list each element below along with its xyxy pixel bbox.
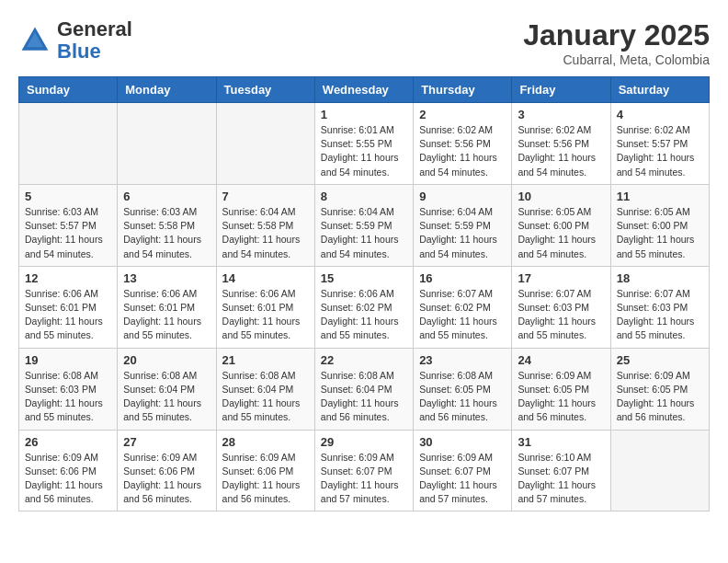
calendar-cell: 28Sunrise: 6:09 AMSunset: 6:06 PMDayligh… [216, 430, 314, 511]
day-number: 16 [419, 271, 506, 285]
logo-icon [18, 24, 51, 57]
day-info: Sunrise: 6:08 AMSunset: 6:04 PMDaylight:… [222, 369, 309, 425]
calendar-week-4: 19Sunrise: 6:08 AMSunset: 6:03 PMDayligh… [19, 348, 710, 430]
day-number: 14 [222, 271, 309, 285]
day-info: Sunrise: 6:07 AMSunset: 6:02 PMDaylight:… [419, 287, 506, 343]
day-info: Sunrise: 6:08 AMSunset: 6:04 PMDaylight:… [321, 369, 407, 425]
day-info: Sunrise: 6:06 AMSunset: 6:01 PMDaylight:… [123, 287, 210, 343]
day-number: 10 [518, 190, 604, 203]
weekday-header-wednesday: Wednesday [314, 77, 413, 103]
calendar-cell: 14Sunrise: 6:06 AMSunset: 6:01 PMDayligh… [216, 266, 314, 348]
day-number: 29 [321, 435, 407, 449]
calendar-cell: 4Sunrise: 6:02 AMSunset: 5:57 PMDaylight… [610, 103, 709, 185]
day-number: 8 [321, 190, 407, 203]
calendar-cell: 21Sunrise: 6:08 AMSunset: 6:04 PMDayligh… [216, 348, 314, 430]
day-number: 4 [617, 108, 703, 121]
day-info: Sunrise: 6:09 AMSunset: 6:06 PMDaylight:… [123, 451, 210, 507]
calendar-cell: 20Sunrise: 6:08 AMSunset: 6:04 PMDayligh… [118, 348, 216, 430]
day-info: Sunrise: 6:02 AMSunset: 5:56 PMDaylight:… [518, 123, 604, 179]
day-info: Sunrise: 6:05 AMSunset: 6:00 PMDaylight:… [617, 205, 703, 261]
calendar-cell [610, 430, 709, 511]
calendar-cell: 3Sunrise: 6:02 AMSunset: 5:56 PMDaylight… [512, 103, 610, 185]
calendar-cell: 8Sunrise: 6:04 AMSunset: 5:59 PMDaylight… [314, 184, 413, 266]
weekday-header-sunday: Sunday [19, 77, 118, 103]
weekday-header-monday: Monday [118, 77, 216, 103]
calendar-cell: 1Sunrise: 6:01 AMSunset: 5:55 PMDaylight… [314, 103, 413, 185]
calendar-cell: 11Sunrise: 6:05 AMSunset: 6:00 PMDayligh… [610, 184, 709, 266]
day-info: Sunrise: 6:07 AMSunset: 6:03 PMDaylight:… [518, 287, 604, 343]
calendar-cell: 10Sunrise: 6:05 AMSunset: 6:00 PMDayligh… [512, 184, 610, 266]
calendar-cell: 22Sunrise: 6:08 AMSunset: 6:04 PMDayligh… [314, 348, 413, 430]
calendar-cell: 31Sunrise: 6:10 AMSunset: 6:07 PMDayligh… [512, 430, 610, 511]
day-info: Sunrise: 6:08 AMSunset: 6:05 PMDaylight:… [419, 369, 506, 425]
calendar-week-5: 26Sunrise: 6:09 AMSunset: 6:06 PMDayligh… [19, 430, 710, 511]
calendar-cell: 7Sunrise: 6:04 AMSunset: 5:58 PMDaylight… [216, 184, 314, 266]
day-number: 18 [617, 271, 703, 285]
day-info: Sunrise: 6:08 AMSunset: 6:03 PMDaylight:… [25, 369, 111, 425]
day-number: 26 [25, 435, 111, 449]
calendar-cell: 26Sunrise: 6:09 AMSunset: 6:06 PMDayligh… [19, 430, 118, 511]
day-number: 20 [123, 353, 210, 367]
calendar-cell: 24Sunrise: 6:09 AMSunset: 6:05 PMDayligh… [512, 348, 610, 430]
day-number: 21 [222, 353, 309, 367]
calendar-week-2: 5Sunrise: 6:03 AMSunset: 5:57 PMDaylight… [19, 184, 710, 266]
calendar-cell [216, 103, 314, 185]
calendar-cell [19, 103, 118, 185]
calendar-week-3: 12Sunrise: 6:06 AMSunset: 6:01 PMDayligh… [19, 266, 710, 348]
day-number: 28 [222, 435, 309, 449]
weekday-header-saturday: Saturday [610, 77, 709, 103]
logo: General Blue [18, 18, 132, 63]
logo-text: General Blue [57, 18, 132, 63]
day-info: Sunrise: 6:03 AMSunset: 5:57 PMDaylight:… [25, 205, 111, 261]
day-number: 1 [321, 108, 407, 121]
calendar-cell: 16Sunrise: 6:07 AMSunset: 6:02 PMDayligh… [414, 266, 512, 348]
title-block: January 2025 Cubarral, Meta, Colombia [523, 18, 710, 67]
day-number: 22 [321, 353, 407, 367]
day-number: 12 [25, 271, 111, 285]
day-number: 2 [419, 108, 506, 121]
day-number: 5 [25, 190, 111, 203]
day-number: 7 [222, 190, 309, 203]
day-info: Sunrise: 6:10 AMSunset: 6:07 PMDaylight:… [518, 451, 604, 507]
calendar-cell: 12Sunrise: 6:06 AMSunset: 6:01 PMDayligh… [19, 266, 118, 348]
day-info: Sunrise: 6:05 AMSunset: 6:00 PMDaylight:… [518, 205, 604, 261]
day-info: Sunrise: 6:04 AMSunset: 5:59 PMDaylight:… [419, 205, 506, 261]
day-info: Sunrise: 6:04 AMSunset: 5:59 PMDaylight:… [321, 205, 407, 261]
calendar-cell: 19Sunrise: 6:08 AMSunset: 6:03 PMDayligh… [19, 348, 118, 430]
day-number: 6 [123, 190, 210, 203]
weekday-header-row: SundayMondayTuesdayWednesdayThursdayFrid… [19, 77, 710, 103]
day-info: Sunrise: 6:09 AMSunset: 6:07 PMDaylight:… [321, 451, 407, 507]
day-number: 9 [419, 190, 506, 203]
day-number: 27 [123, 435, 210, 449]
day-number: 23 [419, 353, 506, 367]
day-info: Sunrise: 6:09 AMSunset: 6:05 PMDaylight:… [518, 369, 604, 425]
day-info: Sunrise: 6:04 AMSunset: 5:58 PMDaylight:… [222, 205, 309, 261]
calendar-week-1: 1Sunrise: 6:01 AMSunset: 5:55 PMDaylight… [19, 103, 710, 185]
calendar-cell: 6Sunrise: 6:03 AMSunset: 5:58 PMDaylight… [118, 184, 216, 266]
calendar-cell: 25Sunrise: 6:09 AMSunset: 6:05 PMDayligh… [610, 348, 709, 430]
weekday-header-tuesday: Tuesday [216, 77, 314, 103]
logo-general: General [57, 17, 132, 40]
day-number: 17 [518, 271, 604, 285]
calendar-cell: 13Sunrise: 6:06 AMSunset: 6:01 PMDayligh… [118, 266, 216, 348]
day-info: Sunrise: 6:09 AMSunset: 6:07 PMDaylight:… [419, 451, 506, 507]
day-info: Sunrise: 6:06 AMSunset: 6:02 PMDaylight:… [321, 287, 407, 343]
day-number: 11 [617, 190, 703, 203]
day-info: Sunrise: 6:02 AMSunset: 5:57 PMDaylight:… [617, 123, 703, 179]
day-info: Sunrise: 6:03 AMSunset: 5:58 PMDaylight:… [123, 205, 210, 261]
day-number: 13 [123, 271, 210, 285]
calendar-cell: 5Sunrise: 6:03 AMSunset: 5:57 PMDaylight… [19, 184, 118, 266]
day-number: 19 [25, 353, 111, 367]
calendar-cell: 15Sunrise: 6:06 AMSunset: 6:02 PMDayligh… [314, 266, 413, 348]
month-title: January 2025 [523, 18, 710, 52]
calendar-cell: 23Sunrise: 6:08 AMSunset: 6:05 PMDayligh… [414, 348, 512, 430]
calendar-cell: 29Sunrise: 6:09 AMSunset: 6:07 PMDayligh… [314, 430, 413, 511]
location-subtitle: Cubarral, Meta, Colombia [523, 52, 710, 67]
calendar-cell: 18Sunrise: 6:07 AMSunset: 6:03 PMDayligh… [610, 266, 709, 348]
calendar-cell [118, 103, 216, 185]
day-number: 30 [419, 435, 506, 449]
day-number: 24 [518, 353, 604, 367]
day-info: Sunrise: 6:01 AMSunset: 5:55 PMDaylight:… [321, 123, 407, 179]
logo-blue: Blue [57, 40, 101, 63]
day-number: 15 [321, 271, 407, 285]
